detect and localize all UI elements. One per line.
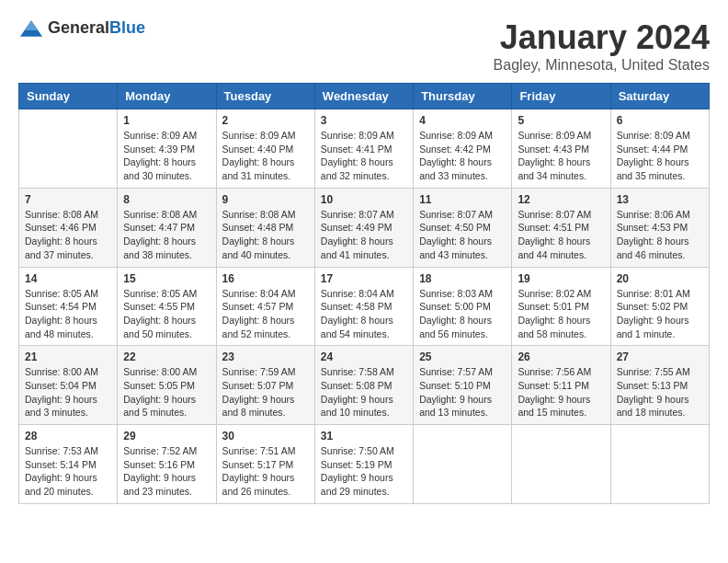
day-number: 26 [518, 350, 604, 363]
calendar-cell: 3Sunrise: 8:09 AM Sunset: 4:41 PM Daylig… [314, 109, 413, 189]
day-info: Sunrise: 8:07 AM Sunset: 4:49 PM Dayligh… [321, 208, 407, 262]
day-info: Sunrise: 7:59 AM Sunset: 5:07 PM Dayligh… [222, 365, 309, 419]
day-number: 2 [222, 114, 309, 127]
calendar-week-row: 1Sunrise: 8:09 AM Sunset: 4:39 PM Daylig… [19, 109, 710, 189]
day-number: 16 [222, 272, 309, 285]
calendar-cell: 4Sunrise: 8:09 AM Sunset: 4:42 PM Daylig… [414, 109, 512, 189]
weekday-header-row: SundayMondayTuesdayWednesdayThursdayFrid… [19, 84, 710, 109]
day-number: 25 [419, 350, 506, 363]
logo: GeneralBlue [18, 18, 145, 38]
calendar-week-row: 21Sunrise: 8:00 AM Sunset: 5:04 PM Dayli… [19, 346, 710, 425]
calendar-cell: 11Sunrise: 8:07 AM Sunset: 4:50 PM Dayli… [414, 188, 512, 267]
calendar-cell: 27Sunrise: 7:55 AM Sunset: 5:13 PM Dayli… [610, 346, 709, 425]
calendar-cell: 15Sunrise: 8:05 AM Sunset: 4:55 PM Dayli… [118, 267, 216, 346]
day-info: Sunrise: 7:50 AM Sunset: 5:19 PM Dayligh… [321, 444, 407, 499]
day-number: 5 [518, 114, 604, 127]
day-number: 20 [617, 272, 703, 285]
weekday-header-thursday: Thursday [414, 84, 512, 109]
day-number: 19 [518, 272, 604, 285]
calendar-cell: 9Sunrise: 8:08 AM Sunset: 4:48 PM Daylig… [216, 188, 314, 267]
day-number: 14 [25, 272, 111, 285]
day-info: Sunrise: 8:08 AM Sunset: 4:47 PM Dayligh… [123, 208, 210, 262]
calendar-cell: 20Sunrise: 8:01 AM Sunset: 5:02 PM Dayli… [610, 267, 709, 346]
calendar-cell: 7Sunrise: 8:08 AM Sunset: 4:46 PM Daylig… [19, 188, 118, 267]
day-info: Sunrise: 7:53 AM Sunset: 5:14 PM Dayligh… [25, 444, 111, 499]
day-number: 21 [25, 350, 111, 363]
calendar-cell: 2Sunrise: 8:09 AM Sunset: 4:40 PM Daylig… [216, 109, 314, 189]
day-number: 18 [419, 272, 506, 285]
calendar-cell: 8Sunrise: 8:08 AM Sunset: 4:47 PM Daylig… [118, 188, 216, 267]
day-info: Sunrise: 8:09 AM Sunset: 4:40 PM Dayligh… [222, 129, 309, 183]
svg-marker-1 [25, 20, 37, 30]
calendar-cell: 23Sunrise: 7:59 AM Sunset: 5:07 PM Dayli… [216, 346, 314, 425]
day-number: 22 [123, 350, 210, 363]
day-info: Sunrise: 8:09 AM Sunset: 4:44 PM Dayligh… [617, 129, 703, 183]
weekday-header-friday: Friday [512, 84, 610, 109]
calendar-cell [610, 425, 709, 504]
page-header: GeneralBlue January 2024 Bagley, Minneso… [18, 18, 710, 74]
day-info: Sunrise: 7:58 AM Sunset: 5:08 PM Dayligh… [321, 365, 407, 419]
day-number: 1 [123, 114, 210, 127]
calendar-cell [19, 109, 118, 189]
day-number: 8 [123, 193, 210, 206]
day-info: Sunrise: 8:01 AM Sunset: 5:02 PM Dayligh… [617, 287, 703, 341]
calendar-cell: 19Sunrise: 8:02 AM Sunset: 5:01 PM Dayli… [512, 267, 610, 346]
calendar-cell: 31Sunrise: 7:50 AM Sunset: 5:19 PM Dayli… [314, 425, 413, 504]
calendar-cell: 26Sunrise: 7:56 AM Sunset: 5:11 PM Dayli… [512, 346, 610, 425]
day-info: Sunrise: 7:56 AM Sunset: 5:11 PM Dayligh… [518, 365, 604, 419]
day-info: Sunrise: 7:57 AM Sunset: 5:10 PM Dayligh… [419, 365, 506, 419]
calendar-cell: 13Sunrise: 8:06 AM Sunset: 4:53 PM Dayli… [610, 188, 709, 267]
day-info: Sunrise: 8:09 AM Sunset: 4:39 PM Dayligh… [123, 129, 210, 183]
month-title: January 2024 [494, 18, 710, 57]
calendar-cell [414, 425, 512, 504]
day-number: 3 [321, 114, 407, 127]
calendar-week-row: 14Sunrise: 8:05 AM Sunset: 4:54 PM Dayli… [19, 267, 710, 346]
weekday-header-tuesday: Tuesday [216, 84, 314, 109]
calendar-cell [512, 425, 610, 504]
day-info: Sunrise: 8:09 AM Sunset: 4:41 PM Dayligh… [321, 129, 407, 183]
weekday-header-monday: Monday [118, 84, 216, 109]
calendar-cell: 14Sunrise: 8:05 AM Sunset: 4:54 PM Dayli… [19, 267, 118, 346]
calendar-cell: 16Sunrise: 8:04 AM Sunset: 4:57 PM Dayli… [216, 267, 314, 346]
day-number: 6 [617, 114, 703, 127]
weekday-header-sunday: Sunday [19, 84, 118, 109]
day-info: Sunrise: 7:52 AM Sunset: 5:16 PM Dayligh… [123, 444, 210, 499]
day-info: Sunrise: 8:08 AM Sunset: 4:48 PM Dayligh… [222, 208, 309, 262]
calendar-cell: 12Sunrise: 8:07 AM Sunset: 4:51 PM Dayli… [512, 188, 610, 267]
calendar-cell: 6Sunrise: 8:09 AM Sunset: 4:44 PM Daylig… [610, 109, 709, 189]
title-area: January 2024 Bagley, Minnesota, United S… [494, 18, 710, 74]
day-number: 4 [419, 114, 506, 127]
day-number: 13 [617, 193, 703, 206]
calendar-cell: 25Sunrise: 7:57 AM Sunset: 5:10 PM Dayli… [414, 346, 512, 425]
day-info: Sunrise: 8:08 AM Sunset: 4:46 PM Dayligh… [25, 208, 111, 262]
calendar-cell: 30Sunrise: 7:51 AM Sunset: 5:17 PM Dayli… [216, 425, 314, 504]
day-info: Sunrise: 8:04 AM Sunset: 4:57 PM Dayligh… [222, 287, 309, 341]
calendar-cell: 5Sunrise: 8:09 AM Sunset: 4:43 PM Daylig… [512, 109, 610, 189]
day-info: Sunrise: 8:07 AM Sunset: 4:50 PM Dayligh… [419, 208, 506, 262]
day-info: Sunrise: 8:05 AM Sunset: 4:55 PM Dayligh… [123, 287, 210, 341]
day-info: Sunrise: 8:09 AM Sunset: 4:42 PM Dayligh… [419, 129, 506, 183]
weekday-header-saturday: Saturday [610, 84, 709, 109]
calendar-cell: 1Sunrise: 8:09 AM Sunset: 4:39 PM Daylig… [118, 109, 216, 189]
location-title: Bagley, Minnesota, United States [494, 57, 710, 74]
day-info: Sunrise: 7:51 AM Sunset: 5:17 PM Dayligh… [222, 444, 309, 499]
day-info: Sunrise: 7:55 AM Sunset: 5:13 PM Dayligh… [617, 365, 703, 419]
day-number: 30 [222, 430, 309, 442]
day-number: 12 [518, 193, 604, 206]
calendar-cell: 17Sunrise: 8:04 AM Sunset: 4:58 PM Dayli… [314, 267, 413, 346]
day-info: Sunrise: 8:02 AM Sunset: 5:01 PM Dayligh… [518, 287, 604, 341]
day-number: 24 [321, 350, 407, 363]
calendar-cell: 10Sunrise: 8:07 AM Sunset: 4:49 PM Dayli… [314, 188, 413, 267]
day-number: 28 [25, 430, 111, 442]
calendar-cell: 21Sunrise: 8:00 AM Sunset: 5:04 PM Dayli… [19, 346, 118, 425]
calendar-cell: 18Sunrise: 8:03 AM Sunset: 5:00 PM Dayli… [414, 267, 512, 346]
day-number: 17 [321, 272, 407, 285]
day-number: 9 [222, 193, 309, 206]
calendar-cell: 29Sunrise: 7:52 AM Sunset: 5:16 PM Dayli… [118, 425, 216, 504]
calendar-cell: 22Sunrise: 8:00 AM Sunset: 5:05 PM Dayli… [118, 346, 216, 425]
day-info: Sunrise: 8:07 AM Sunset: 4:51 PM Dayligh… [518, 208, 604, 262]
day-number: 27 [617, 350, 703, 363]
calendar-cell: 24Sunrise: 7:58 AM Sunset: 5:08 PM Dayli… [314, 346, 413, 425]
logo-icon [18, 19, 44, 38]
day-number: 29 [123, 430, 210, 442]
